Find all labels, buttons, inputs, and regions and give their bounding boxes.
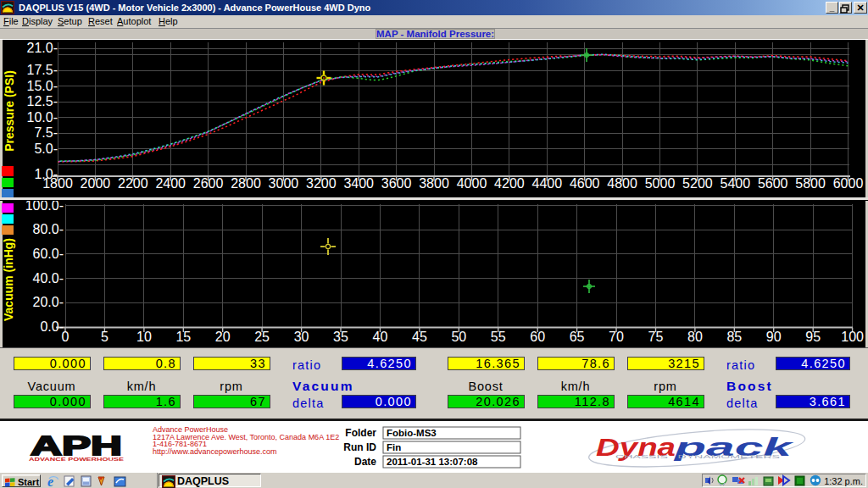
svg-text:25: 25: [254, 330, 270, 344]
svg-text:3400: 3400: [343, 176, 374, 191]
svg-text:80.0-: 80.0-: [33, 222, 64, 236]
svg-text:15: 15: [175, 330, 191, 344]
svg-text:Run ID: Run ID: [343, 441, 376, 453]
svg-text:CHASSIS DYNAMOMETERS: CHASSIS DYNAMOMETERS: [615, 454, 781, 459]
svg-text:80: 80: [687, 330, 703, 344]
svg-text:60.0-: 60.0-: [33, 247, 64, 261]
svg-text:4200: 4200: [494, 176, 525, 191]
svg-text:Fin: Fin: [387, 442, 401, 452]
svg-text:40.0-: 40.0-: [33, 271, 64, 286]
svg-text:5800: 5800: [795, 176, 826, 191]
svg-text:5400: 5400: [721, 176, 751, 191]
svg-text:21.0-: 21.0-: [27, 41, 58, 55]
svg-text:http://www.advancepowerhouse.c: http://www.advancepowerhouse.com: [153, 447, 277, 456]
svg-text:30: 30: [294, 330, 309, 344]
svg-text:0.0-: 0.0-: [40, 319, 64, 334]
svg-text:1800: 1800: [42, 176, 73, 191]
svg-text:100: 100: [841, 330, 864, 344]
svg-text:7.5-: 7.5-: [34, 125, 58, 140]
svg-text:20.0-: 20.0-: [33, 295, 64, 309]
svg-text:85: 85: [726, 330, 742, 344]
svg-text:2400: 2400: [155, 176, 186, 191]
svg-text:5.0-: 5.0-: [34, 141, 58, 156]
svg-text:Pressure (PSI): Pressure (PSI): [3, 70, 16, 152]
svg-text:3000: 3000: [269, 176, 299, 191]
svg-text:2000: 2000: [81, 176, 111, 191]
svg-text:3800: 3800: [419, 176, 449, 191]
svg-text:2011-01-31 13:07:08: 2011-01-31 13:07:08: [387, 457, 478, 467]
svg-text:55: 55: [491, 330, 506, 344]
svg-text:Vacuum (inHg): Vacuum (inHg): [2, 238, 15, 321]
svg-text:2800: 2800: [231, 176, 261, 191]
svg-text:3600: 3600: [381, 176, 412, 191]
svg-text:Date: Date: [354, 456, 376, 468]
svg-text:5: 5: [101, 330, 108, 344]
svg-text:6000: 6000: [833, 176, 864, 191]
svg-text:50: 50: [451, 330, 466, 344]
svg-text:40: 40: [373, 330, 388, 344]
svg-text:4400: 4400: [532, 176, 563, 191]
svg-text:2600: 2600: [193, 176, 224, 191]
svg-text:4600: 4600: [570, 176, 600, 191]
svg-text:4800: 4800: [607, 176, 637, 191]
svg-text:45: 45: [412, 330, 427, 344]
svg-text:Folder: Folder: [345, 427, 376, 439]
svg-text:Fobio-MS3: Fobio-MS3: [387, 428, 437, 438]
svg-text:15.0-: 15.0-: [27, 79, 58, 93]
svg-text:95: 95: [805, 330, 821, 344]
svg-text:5600: 5600: [758, 176, 788, 191]
svg-text:2200: 2200: [118, 176, 148, 191]
svg-text:60: 60: [530, 330, 545, 344]
svg-text:ADVANCE POWERHOUSE: ADVANCE POWERHOUSE: [29, 457, 124, 462]
svg-text:17.5-: 17.5-: [27, 63, 58, 77]
svg-text:10: 10: [136, 330, 152, 344]
svg-text:3200: 3200: [306, 176, 337, 191]
svg-text:20: 20: [215, 330, 231, 344]
svg-text:90: 90: [766, 330, 782, 344]
svg-text:12.5-: 12.5-: [27, 94, 58, 108]
svg-text:35: 35: [333, 330, 348, 344]
svg-text:0: 0: [62, 330, 70, 344]
svg-text:70: 70: [609, 330, 624, 344]
svg-text:4000: 4000: [457, 176, 487, 191]
svg-text:5200: 5200: [682, 176, 713, 191]
svg-text:75: 75: [648, 330, 664, 344]
svg-text:100.0-: 100.0-: [25, 201, 64, 213]
svg-text:10.0-: 10.0-: [27, 110, 58, 125]
svg-text:65: 65: [570, 330, 585, 344]
svg-text:5000: 5000: [645, 176, 676, 191]
